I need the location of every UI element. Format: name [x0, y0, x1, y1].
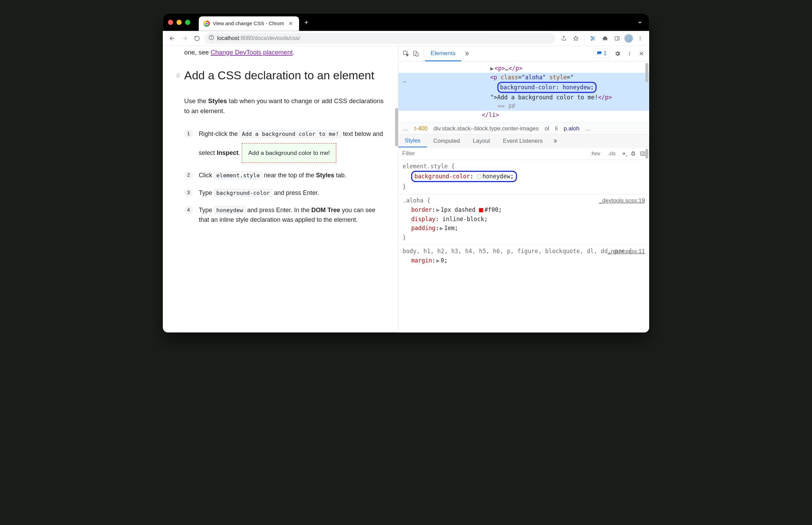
- rule-aloha[interactable]: _devtools.scss:19 .aloha { border:▶1px d…: [398, 194, 649, 245]
- crumb[interactable]: ol: [545, 125, 549, 132]
- crumb-selected[interactable]: p.aloh: [564, 125, 580, 132]
- tab-elements[interactable]: Elements: [425, 46, 461, 61]
- chrome-favicon-icon: [204, 20, 210, 27]
- print-media-icon[interactable]: [630, 151, 636, 156]
- back-button[interactable]: [167, 33, 177, 43]
- devtools-top-toolbar: Elements 1: [398, 46, 649, 61]
- toolbar: localhost:8080/docs/devtools/css/: [163, 31, 649, 46]
- dom-line[interactable]: </li>: [398, 111, 649, 120]
- svg-point-19: [629, 51, 630, 52]
- side-panel-icon[interactable]: [612, 33, 622, 43]
- scissors-icon[interactable]: [588, 33, 598, 43]
- source-link[interactable]: _reset.scss:11: [608, 247, 645, 256]
- code-pill: background-color: [214, 189, 272, 197]
- step-number: 4: [184, 206, 193, 214]
- kebab-menu-icon[interactable]: [625, 49, 634, 58]
- subtab-event-listeners[interactable]: Event Listeners: [496, 135, 549, 147]
- device-toggle-icon[interactable]: [412, 49, 420, 58]
- tab-title: View and change CSS - Chrom: [213, 21, 284, 27]
- divider: [584, 34, 585, 42]
- dom-breadcrumb[interactable]: … t-400 div.stack.stack--block.type.cent…: [398, 122, 649, 135]
- new-rule-plus-icon[interactable]: [621, 151, 626, 156]
- close-devtools-icon[interactable]: [637, 49, 646, 58]
- svg-rect-29: [632, 154, 634, 156]
- code-pill: Add a background color to me!: [239, 130, 341, 138]
- step-list: 1 Right-click the Add a background color…: [184, 129, 385, 225]
- subtab-layout[interactable]: Layout: [466, 135, 496, 147]
- bookmark-star-icon[interactable]: [571, 33, 581, 43]
- list-item: 4 Type honeydew and press Enter. In the …: [184, 205, 385, 225]
- minimize-window-button[interactable]: [177, 20, 182, 25]
- code-pill: element.style: [214, 171, 262, 179]
- forward-button[interactable]: [179, 33, 190, 43]
- svg-point-15: [640, 39, 641, 40]
- issues-badge[interactable]: 1: [593, 49, 610, 58]
- dom-selected-node[interactable]: <p class="aloha" style=" background-colo…: [398, 73, 649, 111]
- profile-avatar[interactable]: [624, 34, 633, 43]
- titlebar: View and change CSS - Chrom ✕ +: [163, 14, 649, 31]
- url-text: localhost:8080/docs/devtools/css/: [217, 35, 300, 41]
- scrollbar-thumb[interactable]: [395, 108, 398, 147]
- styles-rules[interactable]: element.style { background-color: honeyd…: [398, 160, 649, 332]
- styles-filter-row: :hov .cls: [398, 148, 649, 160]
- crumb-more[interactable]: …: [403, 125, 408, 132]
- browser-window: View and change CSS - Chrom ✕ + localhos…: [163, 14, 649, 333]
- step-number: 3: [184, 188, 193, 197]
- scrollbar-thumb[interactable]: [645, 63, 648, 82]
- svg-point-13: [640, 36, 641, 37]
- subtab-styles[interactable]: Styles: [398, 135, 427, 148]
- step-number: 2: [184, 171, 193, 180]
- share-icon[interactable]: [559, 33, 568, 43]
- more-subtabs-chevron-icon[interactable]: [551, 137, 560, 145]
- color-swatch-icon[interactable]: [479, 208, 483, 212]
- svg-rect-28: [632, 151, 634, 152]
- site-info-icon[interactable]: [209, 35, 214, 42]
- source-link[interactable]: _devtools.scss:19: [599, 196, 645, 205]
- change-placement-link[interactable]: Change DevTools placement: [211, 49, 293, 56]
- crumb[interactable]: li: [555, 125, 557, 132]
- crumb[interactable]: div.stack.stack--block.type.center-image…: [434, 125, 539, 132]
- toggle-computed-panel-icon[interactable]: [640, 151, 645, 156]
- address-bar[interactable]: localhost:8080/docs/devtools/css/: [204, 33, 555, 44]
- inline-style-highlight: background-color: honeydew;: [497, 82, 596, 93]
- page-top-line: one, see Change DevTools placement.: [184, 48, 385, 57]
- reload-button[interactable]: [192, 33, 202, 43]
- dom-ellipsis-icon[interactable]: ⋯: [403, 77, 407, 87]
- crumb[interactable]: t-400: [414, 125, 427, 132]
- cls-toggle[interactable]: .cls: [606, 150, 617, 157]
- crumb-more[interactable]: …: [585, 125, 591, 132]
- hov-toggle[interactable]: :hov: [588, 150, 602, 157]
- svg-marker-26: [626, 156, 627, 157]
- close-window-button[interactable]: [168, 20, 173, 25]
- more-tabs-chevron-icon[interactable]: [463, 49, 471, 58]
- rule-highlight: background-color: honeydew;: [411, 171, 517, 182]
- dom-line[interactable]: ▶<p>…</p>: [398, 64, 649, 73]
- page-intro: Use the Styles tab when you want to chan…: [184, 96, 385, 116]
- maximize-window-button[interactable]: [185, 20, 190, 25]
- main-menu-button[interactable]: [635, 33, 645, 43]
- svg-marker-6: [574, 36, 578, 40]
- subtab-computed[interactable]: Computed: [427, 135, 466, 147]
- dom-tree[interactable]: ⋯ ▶<p>…</p> <p class="aloha" style=" bac…: [398, 61, 649, 122]
- new-tab-button[interactable]: +: [301, 18, 311, 27]
- color-swatch-icon[interactable]: [477, 175, 481, 179]
- extensions-icon[interactable]: [601, 33, 610, 43]
- svg-point-4: [211, 36, 211, 37]
- tabs-dropdown-button[interactable]: [637, 20, 643, 25]
- svg-rect-11: [615, 37, 619, 40]
- svg-point-21: [629, 55, 630, 55]
- settings-gear-icon[interactable]: [613, 49, 622, 58]
- rule-element-style[interactable]: element.style { background-color: honeyd…: [398, 160, 649, 194]
- svg-rect-18: [416, 53, 418, 56]
- styles-filter-input[interactable]: [398, 150, 585, 157]
- scrollbar-thumb[interactable]: [645, 149, 648, 159]
- demo-target-box[interactable]: Add a background color to me!: [242, 143, 336, 163]
- inspect-element-icon[interactable]: [402, 49, 410, 58]
- styles-subtabs: Styles Computed Layout Event Listeners: [398, 135, 649, 147]
- heading-anchor-icon[interactable]: #: [176, 71, 180, 80]
- rule-reset[interactable]: _reset.scss:11 body, h1, h2, h3, h4, h5,…: [398, 245, 649, 268]
- devtools-panel: Elements 1: [398, 46, 649, 333]
- page-heading: # Add a CSS declaration to an element: [184, 68, 385, 83]
- browser-tab[interactable]: View and change CSS - Chrom ✕: [199, 16, 299, 31]
- close-tab-button[interactable]: ✕: [287, 20, 294, 27]
